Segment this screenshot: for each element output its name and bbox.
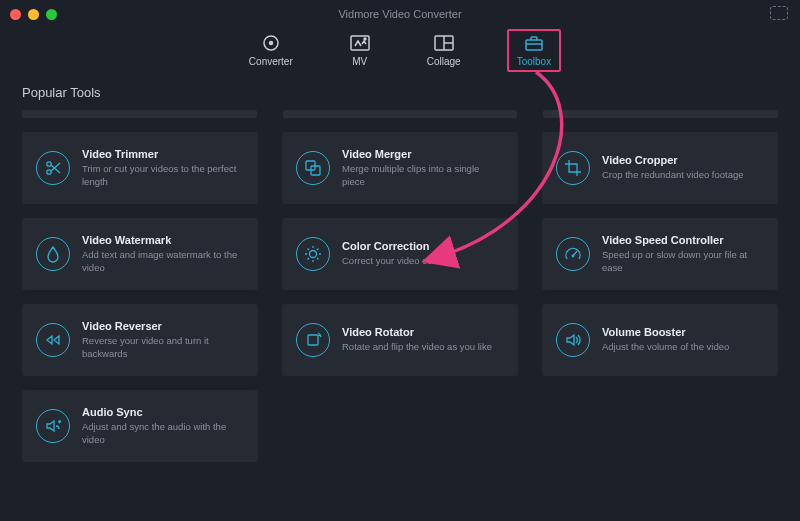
top-tabs: Converter MV Collage Toolbox xyxy=(0,28,800,81)
tool-desc: Reverse your video and turn it backwards xyxy=(82,335,244,360)
svg-point-10 xyxy=(47,170,51,174)
preview-slot xyxy=(283,110,518,118)
converter-icon xyxy=(260,34,282,52)
mv-icon xyxy=(349,34,371,52)
tab-collage[interactable]: Collage xyxy=(427,34,461,67)
tool-video-rotator[interactable]: Video Rotator Rotate and flip the video … xyxy=(282,304,518,376)
svg-point-15 xyxy=(572,255,574,257)
tool-video-speed-controller[interactable]: Video Speed Controller Speed up or slow … xyxy=(542,218,778,290)
tool-desc: Trim or cut your videos to the perfect l… xyxy=(82,163,244,188)
tool-desc: Adjust the volume of the video xyxy=(602,341,729,353)
tool-title: Audio Sync xyxy=(82,406,244,418)
tool-desc: Merge multiple clips into a single piece xyxy=(342,163,504,188)
tool-title: Video Speed Controller xyxy=(602,234,764,246)
tool-desc: Crop the redundant video footage xyxy=(602,169,744,181)
svg-rect-7 xyxy=(526,40,542,50)
sun-icon xyxy=(296,237,330,271)
tool-audio-sync[interactable]: Audio Sync Adjust and sync the audio wit… xyxy=(22,390,258,462)
tab-label: Converter xyxy=(249,56,293,67)
svg-rect-16 xyxy=(308,335,318,345)
water-drop-icon xyxy=(36,237,70,271)
scissors-icon xyxy=(36,151,70,185)
tool-desc: Speed up or slow down your file at ease xyxy=(602,249,764,274)
rotate-icon xyxy=(296,323,330,357)
svg-point-1 xyxy=(269,42,272,45)
toolbox-icon xyxy=(523,34,545,52)
tool-video-merger[interactable]: Video Merger Merge multiple clips into a… xyxy=(282,132,518,204)
tab-toolbox[interactable]: Toolbox xyxy=(507,29,561,72)
tool-video-watermark[interactable]: Video Watermark Add text and image water… xyxy=(22,218,258,290)
tool-volume-booster[interactable]: Volume Booster Adjust the volume of the … xyxy=(542,304,778,376)
gauge-icon xyxy=(556,237,590,271)
tool-desc: Add text and image watermark to the vide… xyxy=(82,249,244,274)
window-controls xyxy=(10,9,57,20)
audio-sync-icon xyxy=(36,409,70,443)
svg-point-9 xyxy=(47,162,51,166)
tool-title: Video Trimmer xyxy=(82,148,244,160)
svg-point-13 xyxy=(310,251,317,258)
titlebar: Vidmore Video Converter xyxy=(0,0,800,28)
tab-mv[interactable]: MV xyxy=(349,34,371,67)
preview-row xyxy=(0,110,800,132)
zoom-icon[interactable] xyxy=(46,9,57,20)
preview-slot xyxy=(543,110,778,118)
tool-color-correction[interactable]: Color Correction Correct your video colo… xyxy=(282,218,518,290)
tool-title: Video Merger xyxy=(342,148,504,160)
tool-title: Video Watermark xyxy=(82,234,244,246)
svg-point-3 xyxy=(364,38,366,40)
preview-slot xyxy=(22,110,257,118)
tool-title: Video Rotator xyxy=(342,326,492,338)
minimize-icon[interactable] xyxy=(28,9,39,20)
tool-title: Video Reverser xyxy=(82,320,244,332)
tool-desc: Adjust and sync the audio with the video xyxy=(82,421,244,446)
window-title: Vidmore Video Converter xyxy=(0,8,800,20)
merge-icon xyxy=(296,151,330,185)
section-title: Popular Tools xyxy=(0,81,800,110)
close-icon[interactable] xyxy=(10,9,21,20)
crop-icon xyxy=(556,151,590,185)
tool-video-trimmer[interactable]: Video Trimmer Trim or cut your videos to… xyxy=(22,132,258,204)
volume-icon xyxy=(556,323,590,357)
chat-icon[interactable] xyxy=(770,6,788,20)
tab-label: Collage xyxy=(427,56,461,67)
tool-title: Color Correction xyxy=(342,240,443,252)
tool-desc: Correct your video color xyxy=(342,255,443,267)
tool-grid: Video Trimmer Trim or cut your videos to… xyxy=(0,132,800,462)
collage-icon xyxy=(433,34,455,52)
rewind-icon xyxy=(36,323,70,357)
tab-converter[interactable]: Converter xyxy=(249,34,293,67)
tool-title: Volume Booster xyxy=(602,326,729,338)
tab-label: Toolbox xyxy=(517,56,551,67)
tool-video-reverser[interactable]: Video Reverser Reverse your video and tu… xyxy=(22,304,258,376)
tool-video-cropper[interactable]: Video Cropper Crop the redundant video f… xyxy=(542,132,778,204)
tab-label: MV xyxy=(352,56,367,67)
tool-title: Video Cropper xyxy=(602,154,744,166)
tool-desc: Rotate and flip the video as you like xyxy=(342,341,492,353)
